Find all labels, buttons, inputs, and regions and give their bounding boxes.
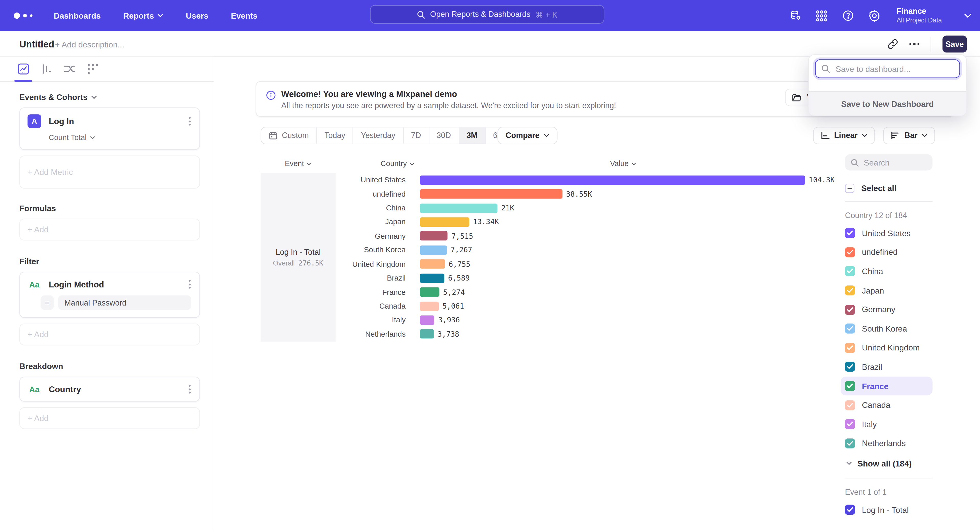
bar-canada[interactable] [420, 301, 439, 311]
copy-link-icon[interactable] [887, 39, 898, 49]
filter-card-login-method[interactable]: Aa Login Method = Manual Password [19, 272, 200, 318]
checkbox-germany[interactable] [845, 304, 855, 314]
column-header-event[interactable]: Event [261, 159, 336, 168]
bar-category-label[interactable]: Germany [341, 231, 414, 240]
legend-item-china[interactable]: China [841, 262, 941, 281]
bar-united-kingdom[interactable] [420, 259, 445, 269]
legend-item-japan[interactable]: Japan [841, 281, 941, 300]
nav-item-dashboards[interactable]: Dashboards [54, 11, 101, 21]
kebab-menu-icon[interactable] [188, 116, 192, 127]
range-30d[interactable]: 30D [429, 127, 459, 144]
select-all-row[interactable]: Select all [845, 184, 941, 193]
save-to-dashboard-input[interactable] [815, 59, 960, 78]
kebab-menu-icon[interactable] [188, 279, 192, 290]
breakdown-card-country[interactable]: Aa Country [19, 377, 200, 402]
nav-item-users[interactable]: Users [186, 11, 208, 21]
range-custom[interactable]: Custom [261, 127, 317, 144]
add-filter-button[interactable]: + Add [19, 323, 200, 346]
checkbox-united-kingdom[interactable] [845, 343, 855, 353]
metric-name[interactable]: Log In [49, 117, 180, 126]
tab-flows[interactable] [63, 63, 76, 75]
column-header-country[interactable]: Country [341, 159, 414, 168]
aggregation-selector[interactable]: Count Total [49, 133, 192, 142]
help-icon[interactable] [842, 10, 854, 22]
legend-item-italy[interactable]: Italy [841, 415, 941, 434]
checkbox-log-in-total[interactable] [845, 505, 855, 515]
chevron-down-icon[interactable] [964, 14, 971, 18]
bar-germany[interactable] [420, 231, 448, 241]
range-3m[interactable]: 3M [459, 127, 486, 144]
save-button[interactable]: Save [942, 36, 967, 52]
scale-selector[interactable]: Linear [813, 127, 875, 144]
chart-type-selector[interactable]: Bar [883, 127, 935, 144]
checkbox-undefined[interactable] [845, 247, 855, 257]
bar-category-label[interactable]: undefined [341, 190, 414, 198]
compare-button[interactable]: Compare [497, 127, 558, 144]
tab-retention[interactable] [86, 63, 99, 75]
bar-japan[interactable] [420, 217, 469, 227]
bar-brazil[interactable] [420, 273, 444, 283]
bar-category-label[interactable]: United States [341, 176, 414, 184]
legend-item-united-kingdom[interactable]: United Kingdom [841, 338, 941, 357]
bar-united-states[interactable] [420, 175, 805, 185]
bar-category-label[interactable]: Japan [341, 217, 414, 226]
add-description-button[interactable]: + Add description... [55, 40, 124, 49]
bar-undefined[interactable] [420, 189, 563, 199]
legend-item-united-states[interactable]: United States [841, 223, 941, 243]
legend-item-log-in-total[interactable]: Log In - Total [841, 500, 941, 520]
show-all-button[interactable]: Show all (184) [841, 454, 941, 473]
select-all-checkbox[interactable] [845, 184, 854, 193]
checkbox-italy[interactable] [845, 419, 855, 429]
global-search-button[interactable]: Open Reports & Dashboards ⌘ + K [370, 5, 605, 24]
filter-value[interactable]: Manual Password [58, 295, 191, 310]
data-management-icon[interactable] [789, 10, 802, 22]
metric-card-log-in[interactable]: A Log In Count Total [19, 107, 200, 150]
nav-item-reports[interactable]: Reports [123, 11, 163, 21]
bar-netherlands[interactable] [420, 329, 434, 339]
column-header-value[interactable]: Value [420, 159, 826, 168]
legend-item-netherlands[interactable]: Netherlands [841, 434, 941, 453]
checkbox-south-korea[interactable] [845, 323, 855, 334]
legend-item-brazil[interactable]: Brazil [841, 357, 941, 376]
checkbox-china[interactable] [845, 266, 855, 276]
checkbox-france[interactable] [845, 381, 855, 391]
project-switcher[interactable]: Finance All Project Data [897, 6, 942, 24]
range-today[interactable]: Today [317, 127, 353, 144]
bar-category-label[interactable]: France [341, 288, 414, 296]
bar-category-label[interactable]: South Korea [341, 246, 414, 254]
bar-category-label[interactable]: China [341, 203, 414, 212]
bar-category-label[interactable]: Italy [341, 316, 414, 324]
checkbox-brazil[interactable] [845, 362, 855, 372]
range-7d[interactable]: 7D [404, 127, 429, 144]
legend-item-undefined[interactable]: undefined [841, 243, 941, 262]
checkbox-japan[interactable] [845, 285, 855, 295]
tab-insights[interactable] [17, 63, 29, 75]
report-title[interactable]: Untitled [19, 39, 54, 49]
range-yesterday[interactable]: Yesterday [353, 127, 404, 144]
bar-france[interactable] [420, 287, 439, 297]
bar-category-label[interactable]: Brazil [341, 274, 414, 282]
settings-gear-icon[interactable] [868, 10, 880, 22]
events-cohorts-header[interactable]: Events & Cohorts [19, 92, 214, 102]
kebab-menu-icon[interactable] [188, 384, 192, 395]
bar-category-label[interactable]: Netherlands [341, 330, 414, 338]
add-formula-button[interactable]: + Add [19, 219, 200, 241]
bar-italy[interactable] [420, 315, 434, 325]
legend-item-germany[interactable]: Germany [841, 300, 941, 319]
save-to-new-dashboard-button[interactable]: Save to New Dashboard [809, 91, 966, 116]
filter-operator[interactable]: = [41, 295, 54, 310]
legend-item-south-korea[interactable]: South Korea [841, 319, 941, 338]
event-summary-cell[interactable]: Log In - Total Overall 276.5K [261, 173, 336, 341]
bar-china[interactable] [420, 203, 498, 213]
add-metric-button[interactable]: + Add Metric [19, 155, 200, 189]
mixpanel-logo-icon[interactable] [14, 13, 41, 19]
checkbox-canada[interactable] [845, 400, 855, 410]
legend-search-input[interactable]: Search [845, 154, 932, 171]
more-options-icon[interactable] [909, 43, 919, 45]
bar-south-korea[interactable] [420, 245, 447, 255]
add-breakdown-button[interactable]: + Add [19, 407, 200, 429]
tab-funnels[interactable] [40, 63, 52, 75]
bar-category-label[interactable]: United Kingdom [341, 260, 414, 268]
checkbox-netherlands[interactable] [845, 438, 855, 449]
filter-property[interactable]: Login Method [49, 279, 180, 289]
